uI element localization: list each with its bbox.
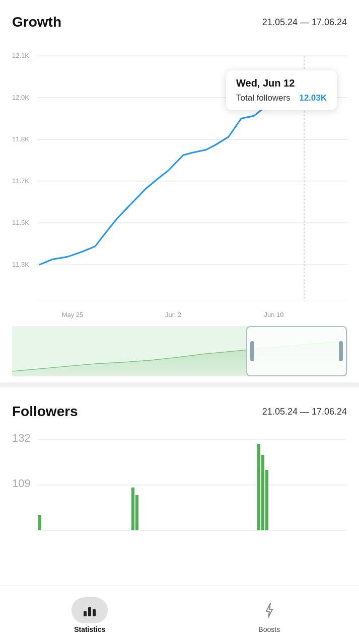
svg-text:109: 109: [12, 477, 31, 490]
followers-date-range: 21.05.24 — 17.06.24: [262, 407, 347, 417]
statistics-icon-wrap: [71, 597, 108, 623]
page-container: Growth 21.05.24 — 17.06.24 12.1K 12.0K 1…: [0, 0, 359, 644]
bottom-nav: Statistics Boosts: [0, 586, 359, 644]
nav-item-statistics[interactable]: Statistics: [59, 597, 120, 633]
growth-header: Growth 21.05.24 — 17.06.24: [12, 14, 347, 30]
tooltip-row: Total followers 12.03K: [236, 93, 327, 103]
statistics-label: Statistics: [74, 625, 105, 633]
svg-rect-32: [88, 607, 91, 616]
tooltip-label: Total followers: [236, 93, 291, 103]
svg-text:May 25: May 25: [62, 310, 84, 318]
svg-text:11.3K: 11.3K: [12, 261, 29, 268]
followers-section: Followers 21.05.24 — 17.06.24 132 109: [0, 393, 359, 584]
followers-title: Followers: [12, 404, 78, 420]
followers-chart[interactable]: 132 109: [12, 430, 347, 555]
boosts-icon: [261, 602, 277, 618]
boosts-label: Boosts: [258, 625, 280, 633]
boosts-icon-wrap: [251, 597, 288, 623]
svg-text:Jun 10: Jun 10: [264, 310, 283, 318]
section-separator: [0, 382, 359, 387]
growth-title: Growth: [12, 14, 61, 30]
followers-chart-svg: 132 109: [12, 430, 347, 555]
range-right-handle[interactable]: [339, 341, 343, 361]
growth-date-range: 21.05.24 — 17.06.24: [262, 17, 347, 28]
tooltip-value: 12.03K: [299, 93, 327, 103]
svg-text:Jun 2: Jun 2: [165, 310, 181, 318]
svg-text:12.0K: 12.0K: [12, 94, 29, 101]
range-selector[interactable]: [12, 326, 347, 376]
chart-tooltip: Wed, Jun 12 Total followers 12.03K: [226, 70, 337, 110]
svg-text:12.1K: 12.1K: [12, 52, 29, 59]
growth-section: Growth 21.05.24 — 17.06.24 12.1K 12.0K 1…: [0, 0, 359, 376]
followers-header: Followers 21.05.24 — 17.06.24: [12, 404, 347, 420]
svg-text:132: 132: [12, 432, 31, 444]
svg-text:11.5K: 11.5K: [12, 219, 29, 226]
tooltip-date: Wed, Jun 12: [236, 77, 327, 89]
nav-item-boosts[interactable]: Boosts: [239, 597, 300, 633]
svg-text:11.8K: 11.8K: [12, 135, 29, 143]
svg-rect-33: [93, 609, 96, 616]
svg-rect-31: [84, 611, 87, 616]
svg-text:11.7K: 11.7K: [12, 177, 29, 185]
range-left-handle[interactable]: [250, 341, 254, 361]
svg-marker-34: [266, 603, 272, 617]
growth-chart[interactable]: 12.1K 12.0K 11.8K 11.7K 11.5K 11.3K May …: [12, 40, 347, 322]
statistics-icon: [82, 602, 98, 618]
range-handle-area[interactable]: [246, 326, 347, 376]
